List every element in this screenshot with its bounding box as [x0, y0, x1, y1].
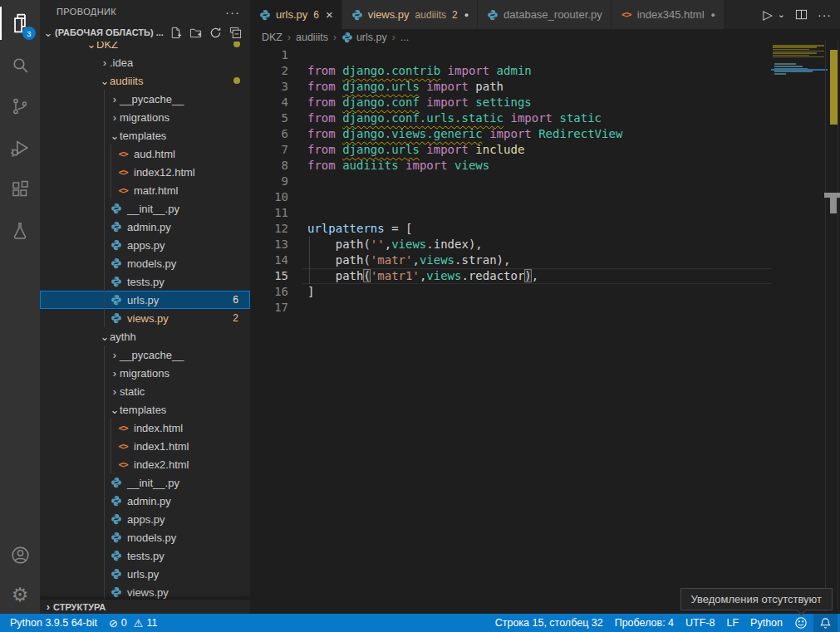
modified-dot-icon [233, 41, 240, 47]
run-button[interactable]: ▷ [763, 7, 773, 22]
code-token: from [307, 143, 342, 156]
code-line-12[interactable]: 12urlpatterns = [ [250, 221, 840, 237]
tree-item-views-py[interactable]: views.py2 [40, 309, 250, 327]
tree-item-tests-py[interactable]: tests.py [40, 546, 250, 565]
modified-dot-icon: ● [711, 11, 715, 19]
run-dropdown-icon[interactable]: ⌄ [778, 9, 785, 20]
search-icon [10, 55, 31, 76]
breadcrumb-separator: › [333, 32, 336, 43]
tree-item-migrations[interactable]: ›migrations [40, 108, 250, 126]
notifications-bell-icon[interactable] [813, 614, 838, 632]
tree-item-audiiits[interactable]: ⌄audiiits [40, 71, 250, 90]
status-problems[interactable]: ⊘0⚠11 [103, 614, 164, 632]
tree-item-index2-html[interactable]: <>index2.html [40, 455, 250, 473]
tree-item-migrations[interactable]: ›migrations [40, 364, 250, 382]
problems-count-badge: 2 [233, 312, 238, 324]
tree-item-tests-py[interactable]: tests.py [40, 272, 250, 291]
code-line-15[interactable]: 15 path('matr1',views.redactor), [250, 268, 840, 284]
activity-item-testing[interactable] [0, 211, 40, 251]
breadcrumb-item[interactable]: audiiits [296, 32, 328, 43]
status-language-mode[interactable]: Python [744, 614, 788, 632]
breadcrumb-item[interactable]: ... [400, 32, 409, 43]
new-folder-icon[interactable] [189, 27, 202, 39]
tree-item--init-py[interactable]: __init__.py [40, 199, 250, 218]
code-line-4[interactable]: 4from django.conf import settings [250, 95, 840, 110]
tree-item-aythh[interactable]: ⌄aythh [40, 327, 250, 345]
tree-item-static[interactable]: ›static [40, 382, 250, 400]
activity-item-search[interactable] [0, 45, 40, 85]
tree-item--pycache-[interactable]: ›__pycache__ [40, 90, 250, 108]
code-token: import [399, 159, 454, 172]
breadcrumb-item[interactable]: DKZ [262, 32, 282, 43]
tree-item-templates[interactable]: ⌄templates [40, 400, 250, 419]
collapse-all-icon[interactable] [229, 27, 242, 39]
minimap[interactable] [773, 40, 827, 289]
tree-item-models-py[interactable]: models.py [40, 528, 250, 546]
activity-item-settings[interactable]: ⚙ [0, 575, 40, 615]
gear-icon: ⚙ [12, 585, 29, 605]
code-line-13[interactable]: 13 path('',views.index), [250, 237, 840, 252]
code-line-7[interactable]: 7from django.urls import include [250, 142, 840, 158]
status-encoding[interactable]: UTF-8 [680, 614, 720, 632]
tree-item-apps-py[interactable]: apps.py [40, 510, 250, 528]
code-token: from [307, 127, 342, 140]
close-icon[interactable]: × [326, 7, 333, 22]
workspace-section-header[interactable]: ⌄ (РАБОЧАЯ ОБЛАСТЬ) ... [40, 23, 250, 42]
explorer-title-row: ПРОВОДНИК ··· [40, 0, 250, 23]
refresh-icon[interactable] [209, 27, 222, 39]
status-indentation[interactable]: Пробелов: 4 [609, 614, 680, 632]
tree-item-admin-py[interactable]: admin.py [40, 218, 250, 236]
activity-item-account[interactable] [0, 535, 40, 575]
code-line-2[interactable]: 2from django.contrib import admin [250, 63, 840, 79]
more-actions-icon[interactable]: ··· [818, 8, 832, 22]
tree-item-urls-py[interactable]: urls.py6 [40, 291, 250, 309]
file-tree: ⌄DKZ›.idea⌄audiiits›__pycache__›migratio… [40, 0, 250, 614]
explorer-more-actions-icon[interactable]: ··· [225, 5, 240, 19]
editor-scrollbar[interactable] [825, 40, 838, 612]
tab-index345-html[interactable]: <>index345.html● [612, 0, 725, 29]
code-line-9[interactable]: 9 [250, 174, 840, 189]
code-line-6[interactable]: 6from django.views.generic import Redire… [250, 126, 840, 142]
code-line-5[interactable]: 5from django.conf.urls.static import sta… [250, 110, 840, 126]
status-cursor-position[interactable]: Строка 15, столбец 32 [489, 614, 609, 632]
new-file-icon[interactable] [169, 27, 182, 39]
code-line-3[interactable]: 3from django.urls import path [250, 79, 840, 95]
tab-urls-py[interactable]: urls.py6× [250, 0, 342, 29]
code-line-8[interactable]: 8from audiiits import views [250, 158, 840, 174]
feedback-smiley-icon[interactable] [788, 614, 813, 632]
tree-item-label: __init__.py [127, 477, 179, 489]
tree-item-matr-html[interactable]: <>matr.html [40, 181, 250, 199]
code-line-14[interactable]: 14 path('matr',views.stran), [250, 252, 840, 268]
tree-item--pycache-[interactable]: ›__pycache__ [40, 345, 250, 364]
tree-item-index-html[interactable]: <>index.html [40, 419, 250, 437]
tree-item--init-py[interactable]: __init__.py [40, 473, 250, 492]
status-eol[interactable]: LF [720, 614, 744, 632]
tab-views-py[interactable]: views.pyaudiiits2● [342, 0, 478, 29]
activity-item-extensions[interactable] [0, 169, 40, 209]
tree-item-index1-html[interactable]: <>index1.html [40, 437, 250, 455]
structure-section-header[interactable]: › СТРУКТУРА [40, 599, 250, 614]
code-area[interactable]: 12from django.contrib import admin3from … [250, 46, 840, 614]
tab-problems-badge: 6 [313, 9, 319, 21]
tree-item-urls-py[interactable]: urls.py [40, 565, 250, 583]
code-line-11[interactable]: 11 [250, 205, 840, 221]
tab-database-roouter-py[interactable]: database_roouter.py [478, 0, 612, 29]
tree-item--idea[interactable]: ›.idea [40, 53, 250, 71]
code-line-16[interactable]: 16] [250, 284, 840, 300]
tree-item-aud-html[interactable]: <>aud.html [40, 145, 250, 163]
code-line-10[interactable]: 10 [250, 189, 840, 205]
split-editor-icon[interactable] [795, 8, 808, 21]
tree-item-templates[interactable]: ⌄templates [40, 126, 250, 145]
code-line-1[interactable]: 1 [250, 47, 840, 63]
code-line-17[interactable]: 17 [250, 300, 840, 316]
status-python-version[interactable]: Python 3.9.5 64-bit [4, 614, 103, 632]
tree-item-label: migrations [120, 111, 169, 124]
tree-item-apps-py[interactable]: apps.py [40, 236, 250, 254]
activity-item-run-debug[interactable] [0, 128, 40, 168]
tree-item-models-py[interactable]: models.py [40, 254, 250, 272]
activity-item-source-control[interactable] [0, 86, 40, 126]
tree-item-index12-html[interactable]: <>index12.html [40, 163, 250, 181]
tree-item-admin-py[interactable]: admin.py [40, 492, 250, 510]
breadcrumb-item[interactable]: urls.py [356, 32, 387, 43]
activity-item-explorer[interactable]: 3 [0, 3, 40, 43]
